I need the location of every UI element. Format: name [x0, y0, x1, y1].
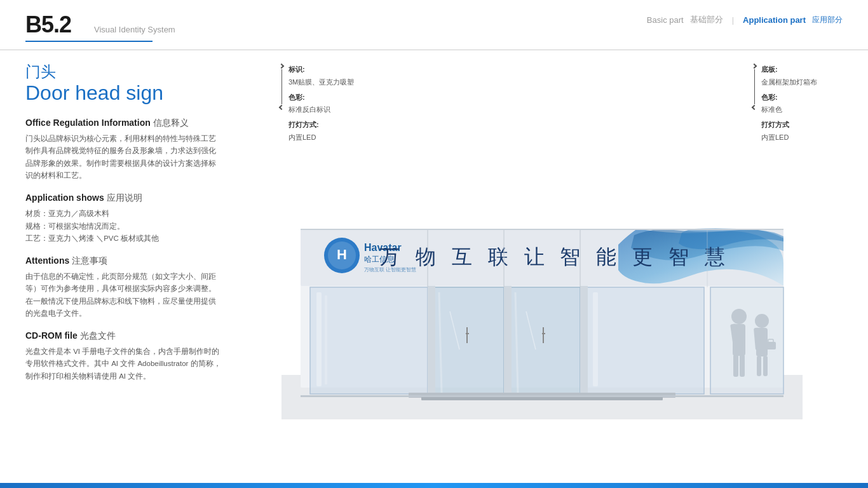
header-nav: Basic part 基础部分 | Application part 应用部分 — [647, 14, 843, 25]
annot-right-text2: 标准色 — [761, 104, 817, 116]
annot-left-label2: 色彩: — [288, 93, 305, 101]
annot-left-text1: 3M贴膜、亚克力吸塑 — [288, 76, 354, 88]
section-body-2: 材质：亚克力／高级木料 规格：可根据实地情况而定。 工艺：亚克力＼烤漆 ＼PVC… — [25, 208, 222, 245]
svg-rect-41 — [740, 355, 745, 377]
svg-rect-10 — [310, 287, 428, 394]
page-subtitle: Visual Identity System — [94, 25, 175, 34]
left-panel: 门头 Door head sign Office Regulation Info… — [25, 63, 241, 488]
annot-left-label3: 打灯方式: — [288, 121, 319, 128]
page-code: B5.2 — [25, 11, 71, 38]
svg-rect-26 — [593, 292, 598, 386]
header-title-block: B5.2 Visual Identity System — [25, 11, 175, 43]
building-illustration: H Havatar 哈工信息 万物互联 让智能更智慧 万 物 互 联 让 智 能… — [241, 146, 843, 419]
svg-rect-49 — [301, 395, 783, 397]
header-divider — [25, 41, 153, 42]
section-body-1: 门头以品牌标识为核心元素，利用材料的特性与特殊工艺制作具有品牌视觉特征的服务台及… — [25, 133, 222, 182]
annotation-left: 标识: 3M贴膜、亚克力吸塑 色彩: 标准反白标识 打灯方式: 内置LED — [280, 63, 354, 144]
annot-right-label3: 打灯方式 — [761, 121, 789, 128]
annot-left-label1: 标识: — [288, 65, 305, 73]
svg-rect-54 — [301, 229, 783, 230]
svg-point-42 — [755, 314, 769, 328]
page-title-en: Door head sign — [25, 81, 222, 105]
svg-rect-24 — [587, 287, 704, 394]
nav-basic-cn: 基础部分 — [690, 14, 723, 25]
section-title-1: Office Regulation Information 信息释义 — [25, 118, 222, 129]
section-body-4: 光盘文件是本 VI 手册电子文件的集合，内含手册制作时的专用软件格式文件。其中 … — [25, 346, 222, 383]
arrow-left — [280, 64, 283, 144]
section-title-4: CD-ROM file 光盘文件 — [25, 330, 222, 342]
page-title-cn: 门头 — [25, 63, 222, 81]
nav-app: Application part — [743, 15, 806, 25]
svg-rect-27 — [710, 287, 783, 394]
main-content: 门头 Door head sign Office Regulation Info… — [0, 50, 868, 488]
right-panel: 标识: 3M贴膜、亚克力吸塑 色彩: 标准反白标识 打灯方式: 内置LED — [241, 63, 843, 488]
annot-left-text3: 内置LED — [288, 132, 354, 144]
annot-right-label1: 底板: — [761, 65, 778, 73]
section-title-3: Attentions 注意事项 — [25, 255, 222, 267]
page-header: B5.2 Visual Identity System Basic part 基… — [0, 0, 868, 50]
svg-rect-31 — [580, 286, 588, 395]
annotation-right: 底板: 金属框架加灯箱布 色彩: 标准色 打灯方式 内置LED — [752, 63, 817, 144]
annotation-right-text: 底板: 金属框架加灯箱布 色彩: 标准色 打灯方式 内置LED — [761, 63, 817, 144]
annot-left-text2: 标准反白标识 — [288, 104, 354, 116]
svg-rect-48 — [763, 356, 768, 376]
nav-basic: Basic part — [647, 15, 684, 25]
arrow-right — [752, 64, 756, 144]
bottom-bar — [0, 483, 868, 488]
nav-app-cn: 应用部分 — [812, 15, 843, 25]
svg-rect-30 — [504, 286, 512, 395]
svg-rect-40 — [733, 355, 738, 377]
svg-rect-13 — [325, 295, 327, 384]
svg-text:H: H — [337, 247, 347, 262]
svg-rect-12 — [316, 292, 322, 386]
svg-rect-19 — [510, 287, 580, 394]
annotation-left-text: 标识: 3M贴膜、亚克力吸塑 色彩: 标准反白标识 打灯方式: 内置LED — [288, 63, 354, 144]
svg-text:万 物 互 联   让 智 能 更 智 慧: 万 物 互 联 让 智 能 更 智 慧 — [379, 245, 730, 268]
section-body-3: 由于信息的不确定性，此页部分规范（如文字大小、间距等）可作为参考使用，具体可根据… — [25, 271, 222, 320]
annot-right-label2: 色彩: — [761, 93, 778, 101]
svg-rect-29 — [428, 286, 435, 395]
nav-separator: | — [732, 15, 734, 25]
section-title-2: Application shows 应用说明 — [25, 193, 222, 204]
annot-right-text1: 金属框架加灯箱布 — [761, 76, 817, 88]
svg-point-36 — [731, 309, 747, 324]
annot-right-text3: 内置LED — [761, 132, 817, 144]
svg-rect-47 — [757, 356, 761, 376]
annotations-top: 标识: 3M贴膜、亚克力吸塑 色彩: 标准反白标识 打灯方式: 内置LED — [241, 63, 843, 146]
svg-rect-14 — [434, 287, 504, 394]
